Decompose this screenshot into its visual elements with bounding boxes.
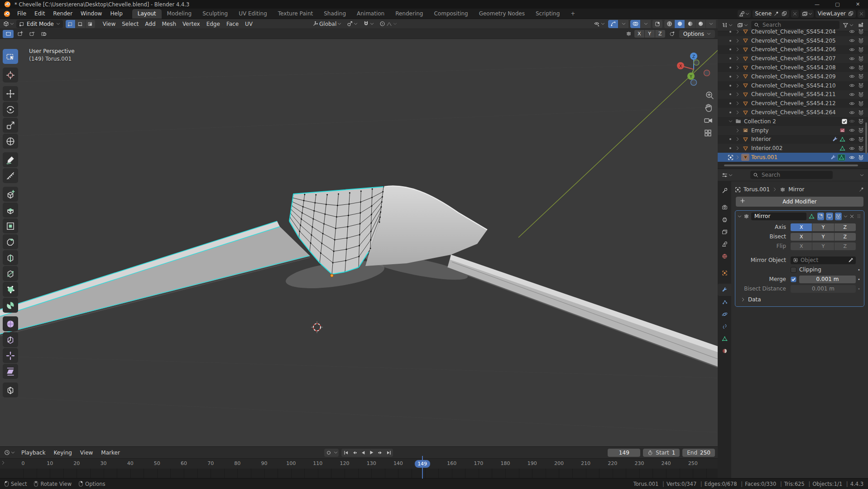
gizmo-minus-y[interactable] bbox=[694, 60, 699, 65]
hide-eye-icon[interactable] bbox=[847, 155, 856, 160]
outliner-row[interactable]: Empty bbox=[718, 126, 868, 135]
properties-tab-tool[interactable] bbox=[718, 184, 731, 197]
vertex-select-mode-button[interactable] bbox=[66, 20, 75, 28]
tab-modeling[interactable]: Modeling bbox=[162, 9, 197, 19]
tool-loop-cut[interactable] bbox=[3, 250, 18, 265]
tool-annotate[interactable] bbox=[3, 152, 18, 167]
pin-icon[interactable] bbox=[859, 187, 864, 192]
viewport-canvas[interactable]: Z X Y User Perspective (149) Torus.001 bbox=[0, 39, 718, 446]
pin-icon[interactable] bbox=[774, 11, 779, 16]
realtime-display-toggle[interactable] bbox=[826, 213, 833, 220]
outliner-search[interactable] bbox=[751, 21, 839, 29]
tool-bevel[interactable] bbox=[3, 234, 18, 249]
flip-z-button[interactable]: Z bbox=[834, 242, 856, 250]
axis-z-button[interactable]: Z bbox=[834, 223, 856, 231]
hide-eye-icon[interactable] bbox=[847, 29, 856, 34]
hide-eye-icon[interactable] bbox=[847, 127, 856, 133]
snap-base-icon[interactable] bbox=[668, 30, 676, 38]
properties-tab-particles[interactable] bbox=[718, 296, 731, 308]
expand-chevron-icon[interactable] bbox=[734, 83, 741, 88]
disable-render-camera-icon[interactable] bbox=[856, 110, 865, 116]
expand-chevron-icon[interactable] bbox=[734, 47, 741, 52]
flip-y-button[interactable]: Y bbox=[812, 242, 834, 250]
row-label[interactable]: Empty bbox=[751, 127, 839, 134]
select-option-intersect[interactable] bbox=[38, 30, 49, 38]
tool-scale[interactable] bbox=[3, 118, 18, 133]
pan-view-hand-icon[interactable] bbox=[705, 104, 711, 111]
timeline-menu-playback[interactable]: Playback bbox=[17, 450, 50, 456]
data-subpanel-toggle[interactable]: Data bbox=[741, 296, 864, 303]
outliner-search-input[interactable] bbox=[762, 21, 837, 29]
properties-tab-scene[interactable] bbox=[718, 238, 731, 250]
timeline-ruler[interactable]: 149 010203040506070809010011012013014015… bbox=[0, 458, 718, 469]
timeline-track[interactable] bbox=[0, 469, 718, 479]
tool-shrink-fatten[interactable] bbox=[3, 348, 18, 363]
menu-window[interactable]: Window bbox=[77, 10, 106, 17]
disable-render-camera-icon[interactable] bbox=[856, 47, 865, 53]
mirror-axis-x[interactable]: X bbox=[634, 30, 644, 38]
tool-spin[interactable] bbox=[3, 298, 18, 313]
expand-chevron-icon[interactable] bbox=[734, 56, 741, 61]
properties-tab-constraints[interactable] bbox=[718, 320, 731, 333]
expand-chevron-icon[interactable] bbox=[734, 74, 741, 79]
auto-keying-dropdown[interactable] bbox=[333, 449, 339, 457]
expand-chevron-icon[interactable] bbox=[734, 155, 741, 160]
play-reverse-button[interactable] bbox=[359, 449, 367, 457]
zoom-view-icon[interactable] bbox=[706, 92, 713, 99]
drag-handle-icon[interactable] bbox=[856, 213, 862, 219]
row-label[interactable]: Interior bbox=[751, 136, 832, 142]
show-gizmo-visibility-dropdown[interactable] bbox=[593, 20, 606, 28]
expand-chevron-icon[interactable] bbox=[734, 101, 741, 106]
disable-render-camera-icon[interactable] bbox=[856, 29, 865, 34]
duplicate-viewlayer-icon[interactable] bbox=[848, 11, 854, 16]
tool-smooth[interactable] bbox=[3, 316, 18, 331]
extras-dropdown-icon[interactable] bbox=[844, 214, 848, 218]
bisect-y-button[interactable]: Y bbox=[812, 233, 834, 241]
outliner-filter-button[interactable] bbox=[841, 21, 855, 29]
hide-eye-icon[interactable] bbox=[847, 73, 856, 79]
viewport-menu-face[interactable]: Face bbox=[223, 21, 242, 27]
gizmo-minus-z[interactable] bbox=[691, 80, 697, 86]
expand-chevron-icon[interactable] bbox=[734, 137, 741, 141]
tool-extrude-region[interactable] bbox=[3, 203, 18, 218]
tab-animation[interactable]: Animation bbox=[351, 9, 390, 19]
outliner-row[interactable]: Chevrolet_Chevelle_SS454.264 bbox=[718, 108, 868, 117]
disable-render-camera-icon[interactable] bbox=[856, 56, 865, 62]
expand-chevron-icon[interactable] bbox=[734, 92, 741, 97]
hide-eye-icon[interactable] bbox=[847, 92, 856, 97]
hide-eye-icon[interactable] bbox=[847, 38, 856, 44]
row-label[interactable]: Interior.002 bbox=[751, 145, 839, 151]
tab-compositing[interactable]: Compositing bbox=[428, 9, 473, 19]
row-label[interactable]: Torus.001 bbox=[751, 154, 830, 160]
face-select-mode-button[interactable] bbox=[86, 20, 95, 28]
playhead[interactable]: 149 bbox=[415, 460, 430, 468]
hide-eye-icon[interactable] bbox=[847, 145, 856, 151]
disable-render-camera-icon[interactable] bbox=[856, 38, 865, 44]
breadcrumb-modifier[interactable]: Mirror bbox=[788, 186, 804, 193]
add-modifier-button[interactable]: Add Modifier bbox=[736, 197, 863, 207]
expand-chevron-icon[interactable] bbox=[727, 119, 734, 123]
tool-transform[interactable] bbox=[3, 134, 18, 149]
tool-move[interactable] bbox=[3, 86, 18, 101]
rendered-shading-button[interactable] bbox=[695, 20, 705, 28]
row-label[interactable]: Chevrolet_Chevelle_SS454.210 bbox=[751, 82, 845, 89]
hide-eye-icon[interactable] bbox=[847, 136, 856, 142]
expand-chevron-icon[interactable] bbox=[734, 65, 741, 70]
outliner-row[interactable]: Chevrolet_Chevelle_SS454.212 bbox=[718, 99, 868, 108]
frame-start-field[interactable]: Start1 bbox=[643, 449, 680, 457]
viewlayer-browse-button[interactable] bbox=[801, 10, 814, 18]
viewport-menu-mesh[interactable]: Mesh bbox=[159, 21, 180, 27]
timeline-menu-keying[interactable]: Keying bbox=[50, 450, 76, 456]
shading-dropdown[interactable] bbox=[706, 20, 716, 28]
jump-to-start-button[interactable] bbox=[341, 449, 350, 457]
menu-file[interactable]: File bbox=[13, 10, 30, 17]
scene-selector[interactable]: Scene bbox=[753, 10, 789, 18]
expand-chevron-icon[interactable] bbox=[734, 128, 741, 133]
hide-eye-icon[interactable] bbox=[847, 56, 856, 62]
row-label[interactable]: Chevrolet_Chevelle_SS454.212 bbox=[751, 100, 845, 107]
row-label[interactable]: Collection 2 bbox=[744, 118, 840, 125]
next-keyframe-button[interactable] bbox=[376, 449, 384, 457]
row-label[interactable]: Chevrolet_Chevelle_SS454.208 bbox=[751, 64, 845, 71]
minimize-button[interactable]: — bbox=[807, 0, 827, 9]
timeline-expand-icon[interactable] bbox=[1, 460, 5, 465]
